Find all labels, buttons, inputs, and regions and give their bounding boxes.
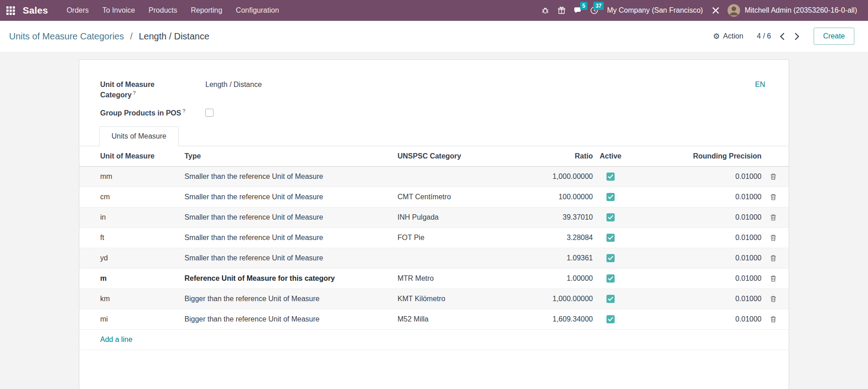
pager-next-button[interactable] [794, 32, 800, 41]
menu-reporting[interactable]: Reporting [184, 0, 229, 21]
uom-table-row[interactable]: in Smaller than the reference Unit of Me… [79, 207, 789, 228]
trash-icon [770, 193, 777, 201]
uom-ratio-cell: 3.28084 [533, 234, 593, 242]
active-checkbox[interactable] [606, 213, 615, 221]
active-checkbox[interactable] [606, 173, 615, 181]
activities-systray-button[interactable]: 37 [586, 0, 602, 21]
uom-type-cell: Smaller than the reference Unit of Measu… [184, 173, 398, 181]
messages-systray-button[interactable]: 5 [570, 0, 586, 21]
pager-previous-button[interactable] [779, 32, 786, 41]
delete-row-button[interactable] [768, 232, 779, 243]
uom-name-cell: ft [79, 234, 184, 242]
uom-table-row[interactable]: yd Smaller than the reference Unit of Me… [79, 248, 789, 269]
delete-row-button[interactable] [768, 171, 779, 182]
header-unit-of-measure[interactable]: Unit of Measure [79, 152, 184, 160]
menu-products[interactable]: Products [142, 0, 184, 21]
uom-unspsc-cell: MTR Metro [398, 274, 533, 283]
uom-table: Unit of Measure Type UNSPSC Category Rat… [79, 146, 789, 350]
delete-row-button[interactable] [768, 273, 779, 284]
active-checkbox[interactable] [606, 254, 615, 262]
header-unspsc-category[interactable]: UNSPSC Category [398, 152, 533, 160]
uom-table-row[interactable]: mi Bigger than the reference Unit of Mea… [79, 309, 789, 330]
trash-icon [770, 275, 777, 282]
app-name-sales[interactable]: Sales [23, 5, 48, 16]
header-rounding-precision[interactable]: Rounding Precision [628, 152, 763, 160]
field-group-products-pos: Group Products in POS? [100, 108, 765, 119]
uom-rounding-cell: 0.01000 [628, 254, 763, 262]
uom-table-header: Unit of Measure Type UNSPSC Category Rat… [79, 146, 789, 167]
gift-systray-button[interactable] [553, 0, 570, 21]
debug-bug-icon[interactable] [537, 0, 553, 21]
menu-to-invoice[interactable]: To Invoice [96, 0, 142, 21]
uom-category-value[interactable]: Length / Distance [205, 80, 262, 90]
control-panel: Units of Measure Categories / Length / D… [0, 21, 868, 52]
pager: 4 / 6 [757, 32, 800, 41]
menu-configuration[interactable]: Configuration [229, 0, 286, 21]
uom-table-row[interactable]: m Reference Unit of Measure for this cat… [79, 269, 789, 289]
delete-row-button[interactable] [768, 192, 779, 202]
uom-name-cell: yd [79, 254, 184, 262]
group-products-pos-checkbox[interactable] [205, 109, 213, 117]
breadcrumb-current: Length / Distance [139, 31, 209, 41]
trash-icon [770, 214, 777, 221]
active-checkbox[interactable] [606, 315, 615, 323]
header-active[interactable]: Active [593, 152, 628, 160]
uom-table-row[interactable]: km Bigger than the reference Unit of Mea… [79, 289, 789, 309]
active-checkbox[interactable] [606, 295, 615, 303]
header-type[interactable]: Type [184, 152, 398, 160]
uom-delete-cell [763, 273, 783, 284]
company-switcher[interactable]: My Company (San Francisco) [602, 0, 708, 21]
breadcrumb-parent-link[interactable]: Units of Measure Categories [9, 31, 124, 41]
uom-table-row[interactable]: ft Smaller than the reference Unit of Me… [79, 228, 789, 248]
uom-type-cell: Bigger than the reference Unit of Measur… [184, 315, 398, 323]
action-menu-button[interactable]: ⚙ Action [713, 32, 743, 40]
tools-systray-button[interactable] [708, 0, 724, 21]
uom-delete-cell [763, 253, 783, 264]
active-checkbox[interactable] [606, 234, 615, 242]
active-checkbox[interactable] [606, 274, 615, 283]
delete-row-button[interactable] [768, 212, 779, 223]
uom-rounding-cell: 0.01000 [628, 315, 763, 323]
avatar-image [727, 4, 740, 17]
delete-row-button[interactable] [768, 253, 779, 264]
header-ratio[interactable]: Ratio [533, 152, 593, 160]
uom-type-cell: Smaller than the reference Unit of Measu… [184, 213, 398, 221]
uom-name-cell: in [79, 213, 184, 221]
uom-delete-cell [763, 192, 783, 202]
uom-table-row[interactable]: cm Smaller than the reference Unit of Me… [79, 187, 789, 207]
delete-row-button[interactable] [768, 293, 779, 304]
delete-row-button[interactable] [768, 314, 779, 325]
uom-unspsc-cell: INH Pulgada [398, 213, 533, 221]
user-menu[interactable]: Mitchell Admin (20353260-16-0-all) [740, 0, 862, 21]
uom-active-cell [593, 213, 628, 221]
gear-icon: ⚙ [713, 33, 720, 40]
language-badge[interactable]: EN [755, 81, 765, 89]
apps-menu-button[interactable] [0, 0, 21, 21]
uom-ratio-cell: 1,000.00000 [533, 173, 593, 181]
field-uom-category: Unit of Measure Category? Length / Dista… [100, 80, 765, 101]
user-avatar[interactable] [727, 4, 740, 17]
add-a-line-link[interactable]: Add a line [100, 336, 132, 344]
activities-count-badge: 37 [593, 2, 604, 10]
uom-ratio-cell: 1,000.00000 [533, 295, 593, 303]
uom-active-cell [593, 294, 628, 303]
add-line-row: Add a line [79, 330, 789, 350]
uom-ratio-cell: 1,609.34000 [533, 315, 593, 323]
uom-ratio-cell: 1.00000 [533, 274, 593, 283]
uom-table-body: mm Smaller than the reference Unit of Me… [79, 167, 789, 330]
tab-units-of-measure[interactable]: Units of Measure [99, 126, 179, 146]
uom-table-row[interactable]: mm Smaller than the reference Unit of Me… [79, 167, 789, 187]
active-checkbox[interactable] [606, 193, 615, 201]
breadcrumb-separator: / [130, 31, 133, 41]
uom-ratio-cell: 100.00000 [533, 193, 593, 201]
create-button[interactable]: Create [814, 28, 854, 45]
field-label-text: Unit of Measure Category [100, 81, 155, 99]
uom-ratio-cell: 39.37010 [533, 213, 593, 221]
menu-orders[interactable]: Orders [60, 0, 96, 21]
uom-rounding-cell: 0.01000 [628, 234, 763, 242]
field-label-group-products-pos: Group Products in POS? [100, 108, 205, 119]
breadcrumb: Units of Measure Categories / Length / D… [9, 31, 209, 42]
form-fields: Unit of Measure Category? Length / Dista… [79, 60, 789, 119]
crossed-tools-icon [712, 6, 720, 14]
uom-delete-cell [763, 212, 783, 223]
